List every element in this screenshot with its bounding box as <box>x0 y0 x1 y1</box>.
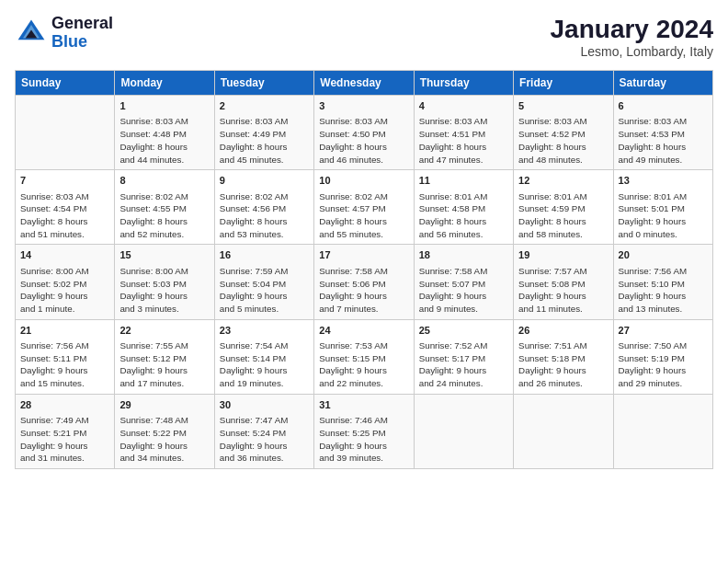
cell-info: Sunrise: 8:01 AM Sunset: 4:59 PM Dayligh… <box>518 190 608 241</box>
date-number: 25 <box>419 324 508 338</box>
calendar-cell: 8Sunrise: 8:02 AM Sunset: 4:55 PM Daylig… <box>115 170 214 245</box>
calendar-cell: 2Sunrise: 8:03 AM Sunset: 4:49 PM Daylig… <box>214 96 313 170</box>
date-number: 9 <box>220 174 309 188</box>
calendar-body: 1Sunrise: 8:03 AM Sunset: 4:48 PM Daylig… <box>16 96 713 469</box>
cell-info: Sunrise: 8:03 AM Sunset: 4:54 PM Dayligh… <box>20 190 109 241</box>
calendar-cell: 25Sunrise: 7:52 AM Sunset: 5:17 PM Dayli… <box>414 319 513 394</box>
day-header-tuesday: Tuesday <box>214 71 313 96</box>
header: General Blue January 2024 Lesmo, Lombard… <box>15 15 713 59</box>
date-number: 31 <box>319 398 408 412</box>
date-number: 18 <box>419 248 508 262</box>
main-title: January 2024 <box>551 15 713 44</box>
date-number: 3 <box>319 99 408 113</box>
date-number: 2 <box>220 99 309 113</box>
cell-info: Sunrise: 8:03 AM Sunset: 4:51 PM Dayligh… <box>419 115 508 166</box>
week-row-3: 14Sunrise: 8:00 AM Sunset: 5:02 PM Dayli… <box>16 245 713 319</box>
date-number: 7 <box>20 174 109 188</box>
cell-info: Sunrise: 8:02 AM Sunset: 4:56 PM Dayligh… <box>220 190 309 241</box>
calendar-cell: 15Sunrise: 8:00 AM Sunset: 5:03 PM Dayli… <box>115 245 214 319</box>
calendar-cell: 6Sunrise: 8:03 AM Sunset: 4:53 PM Daylig… <box>613 96 712 170</box>
cell-info: Sunrise: 7:46 AM Sunset: 5:25 PM Dayligh… <box>319 414 408 465</box>
calendar-cell <box>514 394 613 468</box>
calendar-cell: 22Sunrise: 7:55 AM Sunset: 5:12 PM Dayli… <box>115 319 214 394</box>
day-header-sunday: Sunday <box>16 71 115 96</box>
cell-info: Sunrise: 7:56 AM Sunset: 5:10 PM Dayligh… <box>619 265 708 316</box>
calendar-header-row: SundayMondayTuesdayWednesdayThursdayFrid… <box>16 71 713 96</box>
week-row-1: 1Sunrise: 8:03 AM Sunset: 4:48 PM Daylig… <box>16 96 713 170</box>
day-header-wednesday: Wednesday <box>314 71 414 96</box>
subtitle: Lesmo, Lombardy, Italy <box>551 44 713 59</box>
calendar-cell <box>613 394 712 468</box>
date-number: 14 <box>20 248 109 262</box>
date-number: 11 <box>419 174 508 188</box>
date-number: 20 <box>619 248 708 262</box>
date-number: 4 <box>419 99 508 113</box>
calendar-cell: 16Sunrise: 7:59 AM Sunset: 5:04 PM Dayli… <box>214 245 313 319</box>
calendar-cell: 3Sunrise: 8:03 AM Sunset: 4:50 PM Daylig… <box>314 96 414 170</box>
date-number: 12 <box>518 174 608 188</box>
cell-info: Sunrise: 7:59 AM Sunset: 5:04 PM Dayligh… <box>220 265 309 316</box>
calendar-cell: 31Sunrise: 7:46 AM Sunset: 5:25 PM Dayli… <box>314 394 414 468</box>
calendar-cell: 18Sunrise: 7:58 AM Sunset: 5:07 PM Dayli… <box>414 245 513 319</box>
calendar-cell: 19Sunrise: 7:57 AM Sunset: 5:08 PM Dayli… <box>514 245 613 319</box>
cell-info: Sunrise: 8:01 AM Sunset: 4:58 PM Dayligh… <box>419 190 508 241</box>
cell-info: Sunrise: 7:58 AM Sunset: 5:07 PM Dayligh… <box>419 265 508 316</box>
day-header-monday: Monday <box>115 71 214 96</box>
logo-icon <box>15 17 48 50</box>
date-number: 8 <box>119 174 209 188</box>
calendar-cell <box>16 96 115 170</box>
day-header-thursday: Thursday <box>414 71 513 96</box>
date-number: 21 <box>20 324 109 338</box>
date-number: 19 <box>518 248 608 262</box>
date-number: 5 <box>518 99 608 113</box>
calendar-cell: 29Sunrise: 7:48 AM Sunset: 5:22 PM Dayli… <box>115 394 214 468</box>
calendar-cell: 17Sunrise: 7:58 AM Sunset: 5:06 PM Dayli… <box>314 245 414 319</box>
calendar-cell: 20Sunrise: 7:56 AM Sunset: 5:10 PM Dayli… <box>613 245 712 319</box>
calendar-cell: 28Sunrise: 7:49 AM Sunset: 5:21 PM Dayli… <box>16 394 115 468</box>
calendar-cell: 10Sunrise: 8:02 AM Sunset: 4:57 PM Dayli… <box>314 170 414 245</box>
cell-info: Sunrise: 8:02 AM Sunset: 4:57 PM Dayligh… <box>319 190 408 241</box>
cell-info: Sunrise: 7:52 AM Sunset: 5:17 PM Dayligh… <box>419 339 508 390</box>
calendar-cell: 30Sunrise: 7:47 AM Sunset: 5:24 PM Dayli… <box>214 394 313 468</box>
day-header-saturday: Saturday <box>613 71 712 96</box>
cell-info: Sunrise: 8:02 AM Sunset: 4:55 PM Dayligh… <box>119 190 209 241</box>
logo-text: General Blue <box>51 15 113 52</box>
logo: General Blue <box>15 15 113 52</box>
calendar-cell: 13Sunrise: 8:01 AM Sunset: 5:01 PM Dayli… <box>613 170 712 245</box>
cell-info: Sunrise: 7:48 AM Sunset: 5:22 PM Dayligh… <box>119 414 209 465</box>
calendar-cell: 24Sunrise: 7:53 AM Sunset: 5:15 PM Dayli… <box>314 319 414 394</box>
date-number: 28 <box>20 398 109 412</box>
date-number: 17 <box>319 248 408 262</box>
cell-info: Sunrise: 8:00 AM Sunset: 5:03 PM Dayligh… <box>119 265 209 316</box>
date-number: 26 <box>518 324 608 338</box>
date-number: 1 <box>119 99 209 113</box>
date-number: 24 <box>319 324 408 338</box>
week-row-4: 21Sunrise: 7:56 AM Sunset: 5:11 PM Dayli… <box>16 319 713 394</box>
cell-info: Sunrise: 7:54 AM Sunset: 5:14 PM Dayligh… <box>220 339 309 390</box>
calendar-cell: 26Sunrise: 7:51 AM Sunset: 5:18 PM Dayli… <box>514 319 613 394</box>
cell-info: Sunrise: 8:01 AM Sunset: 5:01 PM Dayligh… <box>619 190 708 241</box>
calendar-cell: 12Sunrise: 8:01 AM Sunset: 4:59 PM Dayli… <box>514 170 613 245</box>
week-row-5: 28Sunrise: 7:49 AM Sunset: 5:21 PM Dayli… <box>16 394 713 468</box>
calendar-table: SundayMondayTuesdayWednesdayThursdayFrid… <box>15 70 713 469</box>
calendar-cell: 7Sunrise: 8:03 AM Sunset: 4:54 PM Daylig… <box>16 170 115 245</box>
page-container: General Blue January 2024 Lesmo, Lombard… <box>0 0 728 477</box>
calendar-cell: 4Sunrise: 8:03 AM Sunset: 4:51 PM Daylig… <box>414 96 513 170</box>
cell-info: Sunrise: 7:49 AM Sunset: 5:21 PM Dayligh… <box>20 414 109 465</box>
cell-info: Sunrise: 7:56 AM Sunset: 5:11 PM Dayligh… <box>20 339 109 390</box>
calendar-cell: 5Sunrise: 8:03 AM Sunset: 4:52 PM Daylig… <box>514 96 613 170</box>
cell-info: Sunrise: 8:03 AM Sunset: 4:53 PM Dayligh… <box>619 115 708 166</box>
date-number: 6 <box>619 99 708 113</box>
calendar-cell: 27Sunrise: 7:50 AM Sunset: 5:19 PM Dayli… <box>613 319 712 394</box>
cell-info: Sunrise: 8:03 AM Sunset: 4:52 PM Dayligh… <box>518 115 608 166</box>
date-number: 10 <box>319 174 408 188</box>
cell-info: Sunrise: 7:51 AM Sunset: 5:18 PM Dayligh… <box>518 339 608 390</box>
cell-info: Sunrise: 8:03 AM Sunset: 4:49 PM Dayligh… <box>220 115 309 166</box>
calendar-cell: 21Sunrise: 7:56 AM Sunset: 5:11 PM Dayli… <box>16 319 115 394</box>
calendar-cell: 1Sunrise: 8:03 AM Sunset: 4:48 PM Daylig… <box>115 96 214 170</box>
date-number: 27 <box>619 324 708 338</box>
date-number: 22 <box>119 324 209 338</box>
title-block: January 2024 Lesmo, Lombardy, Italy <box>551 15 713 59</box>
cell-info: Sunrise: 7:55 AM Sunset: 5:12 PM Dayligh… <box>119 339 209 390</box>
cell-info: Sunrise: 7:53 AM Sunset: 5:15 PM Dayligh… <box>319 339 408 390</box>
